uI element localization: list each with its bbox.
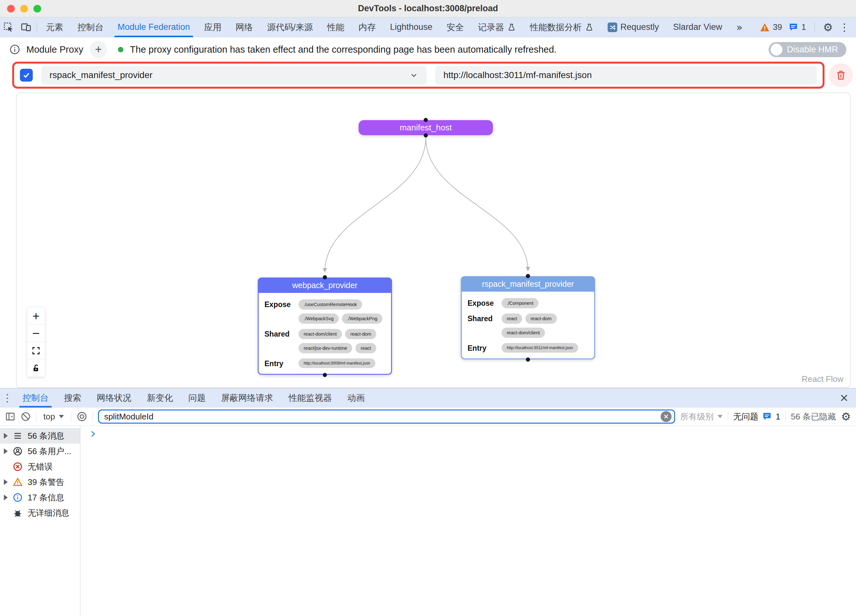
console-sidebar-toggle-icon[interactable]: [5, 412, 15, 422]
clear-filter-button[interactable]: [660, 411, 671, 422]
node-handle[interactable]: [323, 373, 327, 377]
node-rspack-manifest-provider[interactable]: rspack_manifest_provider Expose ./Compon…: [461, 276, 595, 359]
list-icon: [13, 431, 28, 441]
module-graph-panel[interactable]: manifest_host webpack_provider Expose ./…: [16, 92, 851, 388]
more-tabs-button[interactable]: »: [729, 17, 750, 37]
info-icon: [13, 493, 28, 502]
expander-icon[interactable]: [4, 449, 13, 454]
sidebar-item-user-messages[interactable]: 56 条用户...: [0, 444, 80, 459]
drawer-kebab-menu-icon[interactable]: ⋮: [0, 393, 15, 403]
proxy-enabled-checkbox[interactable]: [20, 69, 33, 81]
tab-requestly[interactable]: Requestly: [600, 17, 666, 37]
sidebar-item-info[interactable]: 17 条信息: [0, 490, 80, 505]
error-icon: [13, 462, 28, 472]
zoom-in-button[interactable]: +: [27, 307, 45, 325]
javascript-context-select[interactable]: top: [42, 412, 66, 422]
issues-count[interactable]: 1: [788, 22, 806, 32]
clear-console-icon[interactable]: [20, 412, 31, 422]
node-manifest-host[interactable]: manifest_host: [359, 120, 493, 135]
expose-section: Expose ./Component: [468, 298, 590, 308]
delete-proxy-button[interactable]: [829, 63, 853, 87]
unlock-icon: [32, 364, 40, 372]
expander-icon[interactable]: [4, 433, 13, 439]
tab-performance[interactable]: 性能: [320, 17, 351, 37]
console-output-area[interactable]: [80, 426, 856, 616]
shared-tag: react/jsx-dev-runtime: [299, 343, 352, 353]
node-webpack-provider[interactable]: webpack_provider Expose ./useCustomRemot…: [258, 278, 392, 375]
close-window-button[interactable]: [7, 5, 15, 12]
expander-icon[interactable]: [4, 495, 13, 500]
drawer-tab-animations[interactable]: 动画: [340, 388, 373, 407]
toolbar-separator: [71, 411, 71, 422]
inspect-element-icon[interactable]: [0, 17, 17, 37]
node-handle[interactable]: [323, 275, 327, 280]
node-title: manifest_host: [400, 123, 452, 133]
tab-lighthouse[interactable]: Lighthouse: [383, 17, 440, 37]
drawer-tab-issues[interactable]: 问题: [180, 388, 213, 407]
tab-recorder[interactable]: 记录器: [471, 17, 523, 37]
window-titlebar: DevTools - localhost:3008/preload: [0, 0, 856, 17]
drawer-tab-changes[interactable]: 新变化: [139, 388, 180, 407]
add-proxy-button[interactable]: +: [90, 41, 107, 58]
tab-network[interactable]: 网络: [228, 17, 260, 37]
drawer-tab-console[interactable]: 控制台: [15, 388, 56, 407]
tab-performance-insights[interactable]: 性能数据分析: [523, 17, 600, 37]
tab-application[interactable]: 应用: [197, 17, 228, 37]
shared-tag: react: [502, 313, 522, 324]
entry-section: Entry http://localhost:3011/mf-manifest.…: [468, 343, 590, 353]
console-prompt-chevron-icon: [89, 430, 97, 438]
log-levels-select[interactable]: 所有级别: [680, 411, 723, 422]
console-settings-gear-icon[interactable]: ⚙: [841, 411, 851, 422]
expose-tag: ./WebpackSvg: [299, 313, 339, 324]
tab-slardar-view[interactable]: Slardar View: [666, 17, 730, 37]
minimize-window-button[interactable]: [20, 5, 28, 12]
hidden-messages-count[interactable]: 56 条已隐藏: [791, 411, 836, 422]
maximize-window-button[interactable]: [34, 5, 41, 12]
manifest-url-input[interactable]: [435, 66, 817, 84]
react-flow-attribution[interactable]: React Flow: [802, 374, 844, 384]
console-filter-input[interactable]: [104, 412, 657, 422]
issues-status[interactable]: 无问题 1: [733, 411, 780, 422]
sidebar-item-warnings[interactable]: 39 条警告: [0, 475, 80, 490]
live-expression-eye-icon[interactable]: [77, 411, 88, 422]
provider-select[interactable]: rspack_manifest_provider: [41, 66, 427, 84]
expander-icon[interactable]: [4, 479, 13, 485]
info-icon[interactable]: [10, 44, 20, 55]
close-drawer-button[interactable]: [839, 393, 856, 403]
disable-hmr-toggle[interactable]: Disable HMR: [768, 42, 846, 57]
drawer-tab-network-blocking[interactable]: 屏蔽网络请求: [213, 388, 281, 407]
tab-sources[interactable]: 源代码/来源: [260, 17, 320, 37]
expose-tag: ./useCustomRemoteHook: [299, 300, 362, 310]
entry-section: Entry http://localhost:3009/mf-manifest.…: [265, 358, 386, 368]
tab-elements[interactable]: 元素: [39, 17, 70, 37]
sidebar-item-all-messages[interactable]: 56 条消息: [0, 428, 80, 444]
tab-security[interactable]: 安全: [440, 17, 471, 37]
node-handle[interactable]: [424, 118, 428, 122]
proxy-status-text: The proxy configuration has taken effect…: [130, 44, 557, 55]
drawer-tabbar: ⋮ 控制台 搜索 网络状况 新变化 问题 屏蔽网络请求 性能监视器 动画: [0, 388, 856, 407]
zoom-out-button[interactable]: [27, 325, 45, 342]
node-handle[interactable]: [526, 358, 530, 362]
drawer-tab-network-conditions[interactable]: 网络状况: [89, 388, 139, 407]
fit-view-button[interactable]: [27, 342, 45, 359]
settings-gear-icon[interactable]: ⚙: [823, 22, 833, 33]
drawer-tab-search[interactable]: 搜索: [56, 388, 89, 407]
warning-count[interactable]: 39: [760, 22, 782, 32]
drawer-tab-performance-monitor[interactable]: 性能监视器: [281, 388, 340, 407]
kebab-menu-icon[interactable]: ⋮: [839, 22, 850, 32]
shared-tag: react-dom: [345, 329, 376, 339]
node-title: webpack_provider: [258, 278, 392, 293]
lock-button[interactable]: [27, 359, 45, 377]
sidebar-item-errors[interactable]: 无错误: [0, 459, 80, 475]
graph-edges: [17, 93, 850, 387]
tab-console[interactable]: 控制台: [70, 17, 111, 37]
node-handle[interactable]: [526, 274, 530, 278]
close-icon: [839, 393, 849, 403]
sidebar-item-verbose[interactable]: 无详细消息: [0, 505, 80, 521]
tab-module-federation[interactable]: Module Federation: [111, 17, 197, 37]
device-toolbar-icon[interactable]: [17, 17, 35, 37]
console-toolbar: top 所有级别 无问题 1 56 条已隐藏 ⚙: [0, 407, 856, 426]
flask-icon: [585, 23, 593, 31]
node-handle[interactable]: [424, 133, 428, 137]
tab-memory[interactable]: 内存: [351, 17, 383, 37]
